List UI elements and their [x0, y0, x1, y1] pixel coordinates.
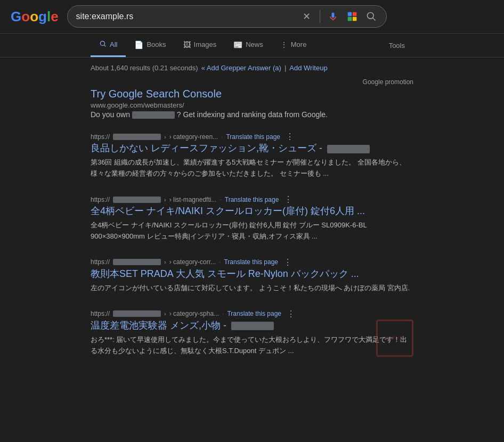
- svg-point-6: [100, 41, 104, 45]
- promoted-result-title[interactable]: Try Google Search Console: [91, 88, 222, 100]
- result-3-title[interactable]: 教則本SET PRADA 大人気 スモール Re-Nylon バックパック ..…: [91, 268, 359, 279]
- tab-all[interactable]: All: [91, 34, 126, 57]
- result-4-url-prefix: https://: [91, 310, 110, 317]
- lens-icon[interactable]: [346, 10, 359, 23]
- result-4-translate[interactable]: Translate this page: [227, 310, 281, 317]
- result-1-redacted-url: [113, 134, 161, 140]
- result-1-arrow: ›: [164, 134, 166, 140]
- all-icon: [99, 40, 107, 49]
- header: Google ✕: [0, 0, 504, 34]
- result-2-title[interactable]: 全4柄ベビー ナイキ/NAIKI スクールロッカー(扉付) 錠付6人用 ...: [91, 206, 365, 216]
- results-info: About 1,640 results (0.21 seconds) « Add…: [91, 64, 413, 72]
- result-2-snippet: 全4柄ベビー ナイキ/NAIKI スクールロッカー(扉付) 錠付6人用 錠付 ブ…: [91, 220, 413, 242]
- svg-line-7: [104, 45, 105, 46]
- result-3-path: › category-corr...: [169, 258, 216, 266]
- svg-point-4: [367, 13, 373, 19]
- svg-rect-1: [352, 12, 356, 17]
- tab-images[interactable]: 🖼 Images: [175, 34, 225, 57]
- result-3-arrow: ›: [164, 259, 166, 265]
- search-icons: ✕: [300, 10, 378, 23]
- result-3: https:// › › category-corr... · Translat…: [91, 257, 413, 294]
- result-4-url-row: https:// › › category-spha... · Translat…: [91, 309, 413, 319]
- result-3-url-prefix: https://: [91, 258, 110, 266]
- tab-news[interactable]: 📰 News: [225, 34, 272, 57]
- result-2-url-row: https:// › › list-magnedfti... · Transla…: [91, 194, 413, 204]
- promoted-result: Try Google Search Console www.google.com…: [91, 88, 413, 119]
- more-icon: ⋮: [280, 40, 288, 49]
- result-3-url-row: https:// › › category-corr... · Translat…: [91, 257, 413, 267]
- result-2-translate[interactable]: Translate this page: [225, 196, 279, 203]
- result-3-options-icon[interactable]: ⋮: [283, 257, 292, 267]
- svg-rect-0: [347, 12, 352, 17]
- svg-line-5: [372, 18, 375, 21]
- result-2-path: › list-magnedfti...: [169, 196, 217, 203]
- svg-rect-2: [347, 17, 352, 21]
- redacted-domain: [132, 111, 175, 119]
- google-promotion-label: Google promotion: [91, 78, 413, 86]
- clear-icon[interactable]: ✕: [300, 10, 313, 23]
- result-1-title[interactable]: 良品しかない レディースファッション,靴・シューズ -: [91, 143, 370, 153]
- promoted-result-url: www.google.com/webmasters/: [91, 101, 413, 109]
- result-1-url-row: https:// › › category-reen... · Translat…: [91, 132, 413, 142]
- images-icon: 🖼: [183, 40, 191, 49]
- add-writeup-link[interactable]: Add Writeup: [289, 64, 327, 72]
- result-4: https:// › › category-spha... · Translat…: [91, 309, 413, 357]
- result-1-snippet: 第36回 組織の成長が加速し、業績が躍進する5大戦略セミナー が開催となりました…: [91, 157, 413, 179]
- result-1: https:// › › category-reen... · Translat…: [91, 132, 413, 179]
- result-3-redacted-url: [113, 259, 161, 265]
- tools-button[interactable]: Tools: [380, 35, 413, 56]
- promoted-result-desc: Do you own ? Get indexing and ranking da…: [91, 110, 413, 119]
- tabs-bar: All 📄 Books 🖼 Images 📰 News ⋮ More Tools: [0, 34, 504, 58]
- result-1-path: › category-reen...: [169, 133, 218, 141]
- watermark-stamp: スタンプ: [376, 320, 413, 357]
- news-icon: 📰: [233, 40, 242, 49]
- search-button[interactable]: [365, 10, 378, 23]
- result-4-arrow: ›: [164, 310, 166, 317]
- google-logo: Google: [11, 9, 59, 25]
- result-2-options-icon[interactable]: ⋮: [284, 194, 292, 204]
- separator: |: [284, 64, 286, 72]
- result-2-arrow: ›: [164, 197, 166, 203]
- main-content: About 1,640 results (0.21 seconds) « Add…: [0, 58, 504, 378]
- result-1-translate[interactable]: Translate this page: [226, 133, 280, 141]
- result-2-url-prefix: https://: [91, 196, 110, 203]
- mic-icon[interactable]: [327, 10, 339, 23]
- svg-rect-3: [352, 17, 356, 21]
- tab-books[interactable]: 📄 Books: [126, 34, 174, 57]
- result-4-snippet: おろ***: 届いて早速使用してみました。今まで使っていた大根おろしより、フワフ…: [91, 334, 413, 357]
- result-4-options-icon[interactable]: ⋮: [287, 309, 295, 319]
- result-4-title[interactable]: 温度差電池実験器 メンズ,小物 -: [91, 320, 274, 331]
- add-grepper-link[interactable]: « Add Grepper Answer (a): [201, 64, 281, 72]
- result-2: https:// › › list-magnedfti... · Transla…: [91, 194, 413, 242]
- results-count: About 1,640 results (0.21 seconds): [91, 64, 198, 72]
- result-4-redacted-url: [113, 310, 161, 317]
- result-1-options-icon[interactable]: ⋮: [286, 132, 294, 142]
- result-2-redacted-url: [113, 197, 161, 203]
- result-3-snippet: 左のアイコンが付いている店舗にて対応しています。 ようこそ！私たちの現場へ あけ…: [91, 283, 413, 294]
- result-1-title-redacted: [327, 145, 370, 153]
- result-3-translate[interactable]: Translate this page: [224, 258, 278, 266]
- search-bar: ✕: [67, 5, 387, 28]
- books-icon: 📄: [134, 40, 143, 49]
- result-1-url-prefix: https://: [91, 133, 110, 141]
- tab-more[interactable]: ⋮ More: [272, 34, 315, 57]
- result-4-path: › category-spha...: [169, 310, 219, 317]
- result-4-title-redacted: [231, 322, 274, 330]
- search-input[interactable]: [76, 12, 296, 21]
